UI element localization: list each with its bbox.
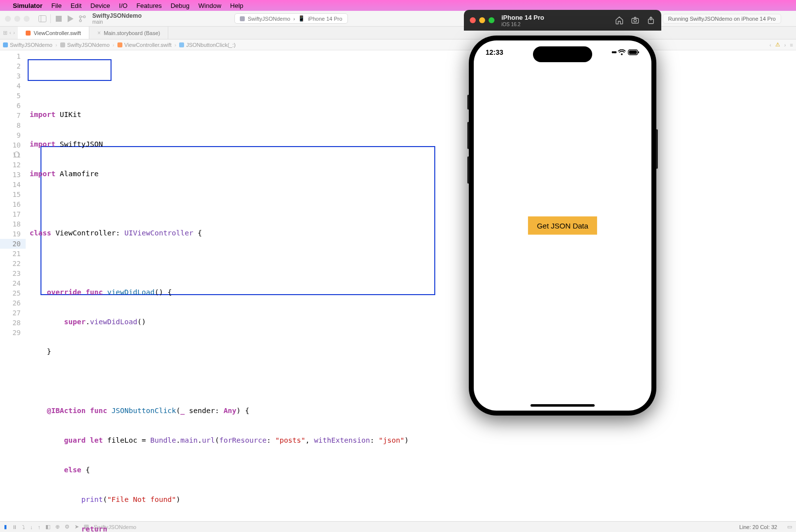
sim-max-button[interactable] [489,17,494,23]
device-frame: 12:33 ••• Get JSON Data [469,36,656,416]
menu-device[interactable]: Device [90,2,110,9]
line-number: 11 [0,150,26,160]
svg-marker-3 [68,15,74,22]
svg-rect-0 [39,15,46,22]
scheme-branch: main [92,19,142,25]
menu-debug[interactable]: Debug [171,2,190,9]
jb-project[interactable]: SwiftyJSONdemo [10,42,52,48]
wifi-icon [618,49,626,55]
sim-min-button[interactable] [479,17,485,23]
tl-min[interactable] [14,16,20,22]
run-button-icon[interactable] [67,15,75,23]
xcode-toolbar: SwiftyJSONdemo main SwiftyJSONdemo › 📱 i… [0,11,796,27]
svg-point-8 [634,19,636,22]
line-number: 23 [0,268,26,278]
line-number: 21 [0,249,26,259]
code-editor[interactable]: 1 2 3 4 5 6 7 8 9 10 11 12 13 14 15 16 1… [0,50,796,521]
svg-rect-12 [638,51,639,53]
target-device-icon: 📱 [298,15,305,22]
line-gutter: 1 2 3 4 5 6 7 8 9 10 11 12 13 14 15 16 1… [0,50,26,521]
sim-close-button[interactable] [470,17,476,23]
screenshot-icon[interactable] [631,16,640,25]
project-icon [3,42,8,47]
line-number: 27 [0,308,26,318]
ibaction-indicator-icon[interactable] [14,152,20,157]
menu-window[interactable]: Window [198,2,221,9]
run-destination[interactable]: SwiftyJSONdemo › 📱 iPhone 14 Pro [234,13,348,24]
code-line: @IBAction func JSONbuttonClick(_ sender:… [26,406,796,416]
menu-help[interactable]: Help [230,2,243,9]
nav-fwd-small-icon[interactable]: › [784,42,786,48]
jump-bar[interactable]: SwiftyJSONdemo › SwiftyJSONdemo › ViewCo… [0,39,796,50]
svg-point-5 [79,20,81,22]
scheme-title: SwiftyJSONdemo [92,12,142,19]
debug-stepover-icon[interactable]: ⤵ [22,524,25,530]
line-number: 16 [0,199,26,209]
jb-folder[interactable]: SwiftyJSONdemo [67,42,110,48]
line-number: 12 [0,160,26,170]
simulator-titlebar[interactable]: iPhone 14 Pro iOS 16.2 [464,10,661,31]
code-line: override func viewDidLoad() { [26,287,796,297]
status-bar: 12:33 ••• [474,48,651,56]
code-line: print("File Not found") [26,494,796,504]
code-line: super.viewDidLoad() [26,317,796,327]
nav-back-icon[interactable]: ‹ [9,30,11,36]
share-icon[interactable] [646,16,655,25]
tl-close[interactable] [5,16,11,22]
line-number: 13 [0,170,26,180]
menu-features[interactable]: Features [136,2,161,9]
simulator-os-version: iOS 16.2 [501,22,544,27]
scheme-selector[interactable]: SwiftyJSONdemo main [92,12,142,25]
line-number: 26 [0,298,26,308]
stop-button-icon[interactable] [55,15,63,23]
target-app-icon [240,16,245,21]
chevron-right-icon: › [174,42,178,48]
line-number: 22 [0,259,26,268]
tab-grid-icon[interactable]: ⊞ [3,30,7,36]
macos-menubar: Simulator File Edit Device I/O Features … [0,0,796,11]
menu-file[interactable]: File [51,2,62,9]
volume-down [467,156,469,184]
device-screen[interactable]: 12:33 ••• Get JSON Data [474,40,651,411]
code-content[interactable]: import UIKit import SwiftyJSON import Al… [26,50,796,521]
tab-storyboard[interactable]: × Main.storyboard (Base) [89,27,168,39]
target-device: iPhone 14 Pro [308,16,342,22]
nav-back-small-icon[interactable]: ‹ [769,42,771,48]
line-number: 10 [0,140,26,150]
method-icon [179,42,184,47]
tab-viewcontroller[interactable]: ViewController.swift [18,27,89,39]
code-line: class ViewController: UIViewController { [26,228,796,238]
menu-edit[interactable]: Edit [71,2,81,9]
menubar-app-name[interactable]: Simulator [13,2,42,9]
warning-indicator-icon[interactable]: ⚠︎ [775,41,780,48]
jb-file[interactable]: ViewController.swift [124,42,172,48]
scheme-branch-icon[interactable] [78,15,86,23]
jb-symbol[interactable]: JSONbuttonClick(_:) [186,42,235,48]
svg-point-6 [83,16,85,18]
sidebar-toggle-icon[interactable] [38,15,46,23]
line-number: 5 [0,91,26,101]
tl-max[interactable] [24,16,30,22]
code-line: import Alamofire [26,169,796,179]
target-scheme: SwiftyJSONdemo [248,16,290,22]
nav-fwd-icon[interactable]: › [13,30,15,36]
battery-icon [628,49,640,55]
tab-label-other: Main.storyboard (Base) [104,30,160,36]
volume-up [467,122,469,149]
swift-file-icon [26,31,31,36]
simulator-traffic-lights [470,17,494,23]
menu-io[interactable]: I/O [119,2,127,9]
xcode-traffic-lights [5,16,30,22]
get-json-data-button[interactable]: Get JSON Data [528,217,597,235]
line-number: 7 [0,111,26,120]
line-number: 18 [0,219,26,229]
home-icon[interactable] [615,16,624,25]
cellular-icon: ••• [611,48,616,56]
editor-options-icon[interactable]: ≡ [790,42,793,48]
home-indicator[interactable] [531,404,595,407]
svg-rect-2 [56,16,62,22]
debug-pause-icon[interactable]: ⏸ [12,524,17,530]
close-icon[interactable]: × [97,30,101,37]
debug-breakpoints-icon[interactable]: ▮ [4,524,7,530]
chevron-right-icon: › [293,16,295,22]
